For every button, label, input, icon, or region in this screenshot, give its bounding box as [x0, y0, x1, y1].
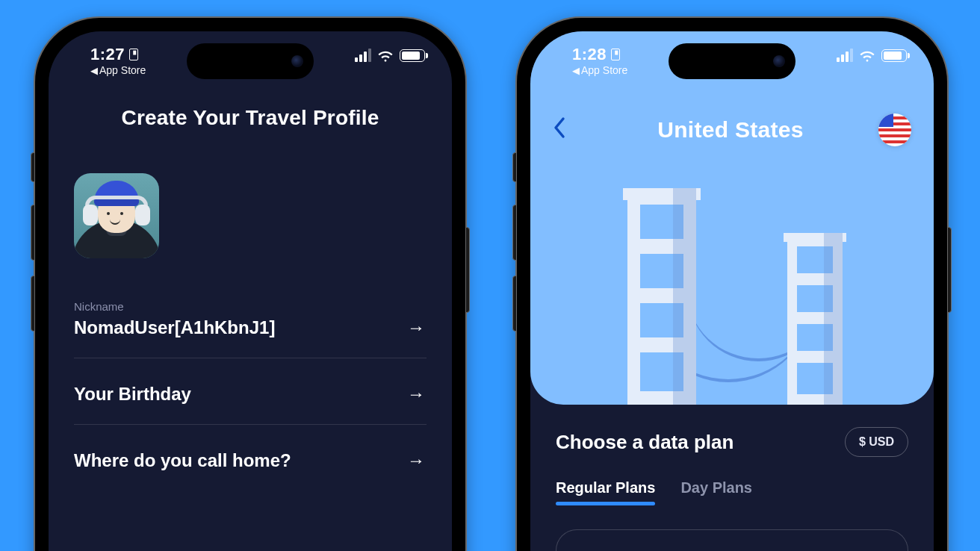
nickname-label: Nickname — [74, 300, 427, 313]
plan-tabs: Regular Plans Day Plans — [556, 479, 908, 504]
phone-frame-left: 1:27 ▝ ◀ App Store Create Your Travel Pr… — [34, 16, 467, 551]
dynamic-island — [669, 43, 796, 79]
side-button — [512, 276, 517, 331]
side-button — [31, 205, 35, 261]
tab-day-plans[interactable]: Day Plans — [680, 479, 752, 504]
sim-icon: ▝ — [611, 49, 620, 60]
plan-card[interactable] — [556, 529, 908, 551]
nickname-row[interactable]: NomadUser[A1hKbnJ1] → — [74, 313, 427, 358]
status-time: 1:28 — [572, 45, 607, 64]
caret-left-icon: ◀ — [90, 65, 98, 76]
side-button — [512, 205, 517, 261]
dynamic-island — [187, 43, 314, 79]
back-label: App Store — [581, 64, 627, 76]
home-label: Where do you call home? — [74, 450, 291, 471]
wifi-icon — [859, 50, 875, 62]
status-time: 1:27 — [90, 45, 125, 64]
side-button — [31, 152, 35, 182]
cellular-signal-icon — [355, 50, 371, 62]
side-button — [947, 227, 952, 313]
arrow-right-icon: → — [407, 450, 425, 471]
side-button — [31, 276, 35, 331]
side-button — [512, 152, 517, 182]
tab-regular-plans[interactable]: Regular Plans — [556, 479, 655, 504]
avatar-button[interactable] — [74, 173, 427, 258]
sim-icon: ▝ — [129, 49, 138, 60]
birthday-row[interactable]: Your Birthday → — [74, 358, 427, 425]
battery-icon — [881, 49, 907, 62]
back-to-app-store[interactable]: ◀ App Store — [90, 64, 146, 76]
nickname-value: NomadUser[A1hKbnJ1] — [74, 317, 275, 338]
arrow-right-icon: → — [407, 384, 425, 405]
battery-icon — [400, 49, 425, 62]
page-title: Create Your Travel Profile — [74, 106, 427, 130]
birthday-label: Your Birthday — [74, 384, 191, 405]
screen-travel-profile: 1:27 ▝ ◀ App Store Create Your Travel Pr… — [49, 31, 452, 551]
currency-selector[interactable]: $ USD — [845, 427, 908, 457]
screen-data-plans: 1:28 ▝ ◀ App Store — [530, 31, 934, 551]
chevron-left-icon — [553, 116, 566, 139]
avatar-image — [74, 173, 159, 258]
caret-left-icon: ◀ — [572, 65, 580, 76]
country-title: United States — [657, 117, 804, 143]
plans-title: Choose a data plan — [556, 431, 734, 454]
wifi-icon — [377, 50, 394, 62]
bridge-illustration — [530, 188, 934, 405]
back-to-app-store[interactable]: ◀ App Store — [572, 64, 627, 76]
phone-frame-right: 1:28 ▝ ◀ App Store — [515, 16, 949, 551]
currency-label: $ USD — [859, 435, 894, 448]
country-flag-icon[interactable] — [878, 113, 911, 146]
arrow-right-icon: → — [407, 317, 425, 338]
side-button — [465, 227, 470, 313]
back-button[interactable] — [553, 116, 583, 144]
cellular-signal-icon — [837, 50, 853, 62]
home-row[interactable]: Where do you call home? → — [74, 425, 427, 491]
country-hero: United States — [530, 31, 934, 405]
back-label: App Store — [99, 64, 146, 76]
